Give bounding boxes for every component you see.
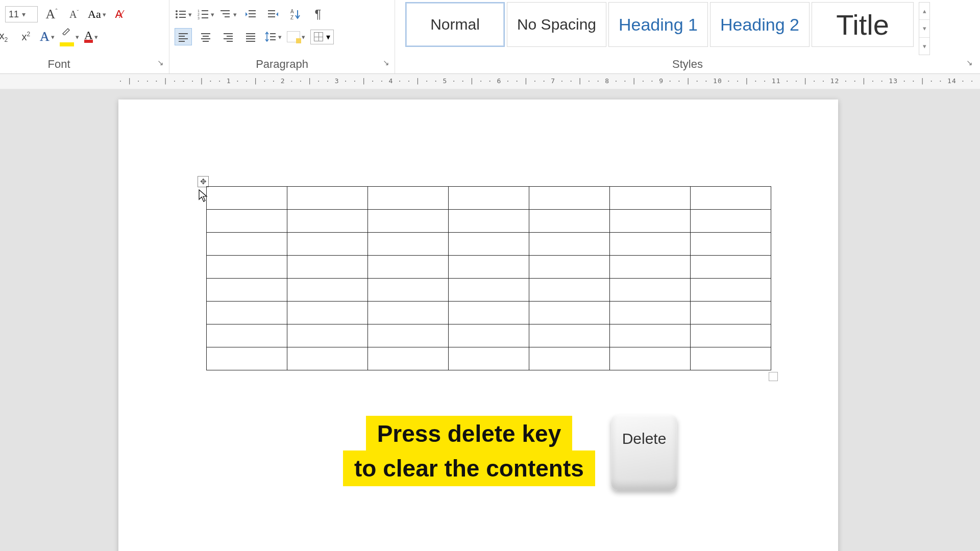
font-size-combo[interactable]: 11 ▾ <box>5 6 38 22</box>
table-cell[interactable] <box>207 256 287 279</box>
grow-font-button[interactable]: Aˆ <box>43 6 60 23</box>
style-normal[interactable]: Normal <box>405 2 505 47</box>
shading-button[interactable]: ▾ <box>287 31 305 42</box>
table-cell[interactable] <box>449 279 529 302</box>
styles-scroll-up[interactable]: ▴ <box>919 3 929 20</box>
table-cell[interactable] <box>691 324 771 347</box>
table-cell[interactable] <box>529 233 610 256</box>
table-cell[interactable] <box>207 233 287 256</box>
shrink-font-button[interactable]: Aˇ <box>65 6 83 23</box>
table-cell[interactable] <box>529 279 610 302</box>
delete-key[interactable]: Delete <box>611 415 677 490</box>
table-cell[interactable] <box>287 210 368 233</box>
document-table[interactable] <box>206 186 771 370</box>
table-cell[interactable] <box>368 279 449 302</box>
styles-dialog-launcher[interactable]: ↘ <box>965 58 974 67</box>
change-case-button[interactable]: Aa▾ <box>88 8 106 21</box>
table-cell[interactable] <box>207 210 287 233</box>
table-cell[interactable] <box>449 324 529 347</box>
increase-indent-button[interactable] <box>264 6 282 23</box>
table-cell[interactable] <box>691 187 771 210</box>
table-cell[interactable] <box>449 233 529 256</box>
table-cell[interactable] <box>287 256 368 279</box>
table-cell[interactable] <box>691 302 771 324</box>
align-left-button[interactable] <box>175 28 192 45</box>
paragraph-dialog-launcher[interactable]: ↘ <box>381 58 390 67</box>
justify-button[interactable] <box>242 28 259 45</box>
table-cell[interactable] <box>287 302 368 324</box>
table-cell[interactable] <box>449 347 529 370</box>
table-cell[interactable] <box>610 233 691 256</box>
numbering-button[interactable]: 123 ▾ <box>197 8 214 20</box>
table-cell[interactable] <box>368 210 449 233</box>
table-cell[interactable] <box>610 279 691 302</box>
superscript-button[interactable]: x2 <box>17 28 35 45</box>
table-cell[interactable] <box>449 302 529 324</box>
styles-scroll-down[interactable]: ▾ <box>919 20 929 37</box>
table-cell[interactable] <box>610 347 691 370</box>
highlight-color-button[interactable]: ▾ <box>60 27 79 46</box>
style-heading-2[interactable]: Heading 2 <box>710 2 810 47</box>
font-dialog-launcher[interactable]: ↘ <box>156 58 165 67</box>
table-cell[interactable] <box>529 302 610 324</box>
table-cell[interactable] <box>610 256 691 279</box>
table-cell[interactable] <box>207 187 287 210</box>
table-cell[interactable] <box>529 187 610 210</box>
subscript-button[interactable]: x2 <box>0 28 12 45</box>
align-center-button[interactable] <box>197 28 214 45</box>
table-cell[interactable] <box>529 210 610 233</box>
table-cell[interactable] <box>207 279 287 302</box>
table-cell[interactable] <box>529 324 610 347</box>
style-no-spacing[interactable]: No Spacing <box>507 2 606 47</box>
bullets-button[interactable]: ▾ <box>175 8 192 20</box>
table-cell[interactable] <box>610 187 691 210</box>
table-cell[interactable] <box>207 302 287 324</box>
table-cell[interactable] <box>610 324 691 347</box>
table-cell[interactable] <box>691 347 771 370</box>
table-cell[interactable] <box>207 324 287 347</box>
styles-expand[interactable]: ▾ <box>919 38 929 55</box>
table-cell[interactable] <box>529 256 610 279</box>
clear-formatting-button[interactable]: A⁄ <box>111 6 129 23</box>
table-cell[interactable] <box>691 279 771 302</box>
table-row <box>207 233 771 256</box>
table-cell[interactable] <box>610 210 691 233</box>
table-cell[interactable] <box>529 347 610 370</box>
page[interactable]: ✥ Press delete key to clear the contents… <box>118 99 838 551</box>
multilevel-list-button[interactable]: ▾ <box>219 8 237 20</box>
borders-button[interactable]: ▾ <box>310 30 334 44</box>
table-cell[interactable] <box>287 324 368 347</box>
text-effects-button[interactable]: A▾ <box>40 29 55 44</box>
sort-button[interactable]: AZ <box>287 6 304 23</box>
table-cell[interactable] <box>368 256 449 279</box>
horizontal-ruler[interactable]: · | · · · | · · · | · · 1 · · | · · 2 · … <box>118 77 843 87</box>
font-color-button[interactable]: A ▾ <box>84 31 98 43</box>
decrease-indent-button[interactable] <box>242 6 259 23</box>
table-cell[interactable] <box>287 187 368 210</box>
table-cell[interactable] <box>449 210 529 233</box>
align-right-button[interactable] <box>219 28 237 45</box>
table-cell[interactable] <box>368 233 449 256</box>
table-cell[interactable] <box>449 187 529 210</box>
svg-point-0 <box>176 10 178 12</box>
table-cell[interactable] <box>368 187 449 210</box>
table-cell[interactable] <box>287 233 368 256</box>
table-cell[interactable] <box>287 279 368 302</box>
table-resize-handle[interactable] <box>769 372 778 381</box>
style-title[interactable]: Title <box>812 2 914 47</box>
table-cell[interactable] <box>449 256 529 279</box>
table-cell[interactable] <box>368 324 449 347</box>
table-cell[interactable] <box>691 256 771 279</box>
table-cell[interactable] <box>287 347 368 370</box>
line-spacing-button[interactable]: ▾ <box>264 31 282 43</box>
table-cell[interactable] <box>691 233 771 256</box>
show-marks-button[interactable]: ¶ <box>309 6 327 23</box>
table-cell[interactable] <box>368 347 449 370</box>
table-cell[interactable] <box>691 210 771 233</box>
table-move-handle[interactable]: ✥ <box>198 176 209 187</box>
table-cell[interactable] <box>207 347 287 370</box>
style-heading-1[interactable]: Heading 1 <box>608 2 708 47</box>
table-cell[interactable] <box>368 302 449 324</box>
table-cell[interactable] <box>610 302 691 324</box>
paragraph-group-label-text: Paragraph <box>256 58 308 71</box>
